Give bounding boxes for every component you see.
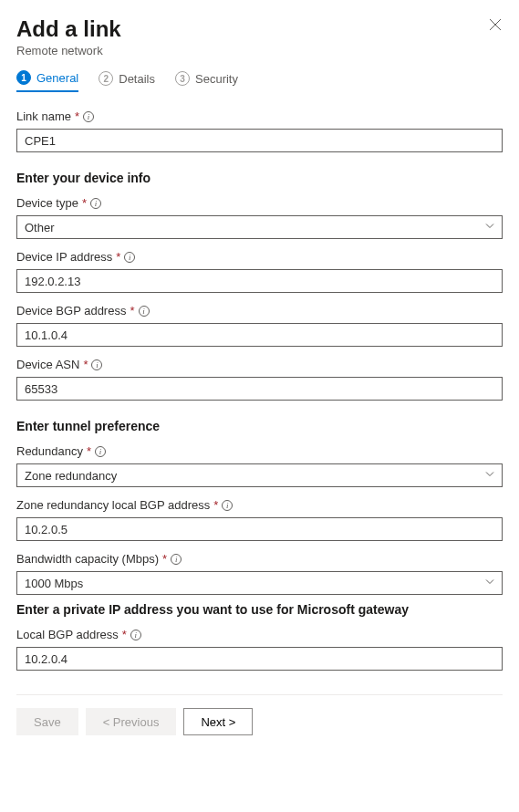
tab-general[interactable]: 1 General (16, 70, 78, 92)
tab-label: Security (195, 72, 238, 86)
device-type-select[interactable] (16, 215, 503, 239)
device-ip-input[interactable] (16, 269, 503, 293)
device-ip-label: Device IP address* i (16, 250, 503, 264)
info-icon[interactable]: i (130, 630, 141, 640)
device-type-label: Device type* i (16, 196, 503, 210)
save-button[interactable]: Save (16, 708, 78, 735)
footer-buttons: Save < Previous Next > (16, 695, 503, 752)
link-name-input[interactable] (16, 129, 503, 152)
step-number-icon: 3 (175, 71, 190, 86)
device-bgp-label: Device BGP address* i (16, 304, 503, 318)
tab-security[interactable]: 3 Security (175, 70, 238, 92)
close-button[interactable] (488, 18, 503, 33)
link-name-label: Link name* i (16, 109, 503, 123)
tab-label: Details (119, 72, 155, 86)
tab-details[interactable]: 2 Details (99, 70, 155, 92)
zone-local-bgp-label: Zone redundancy local BGP address* i (16, 498, 503, 512)
redundancy-select[interactable] (16, 463, 503, 487)
info-icon[interactable]: i (139, 306, 150, 317)
step-number-icon: 2 (99, 71, 113, 86)
next-button[interactable]: Next > (183, 708, 253, 735)
step-number-icon: 1 (16, 70, 31, 85)
info-icon[interactable]: i (91, 359, 102, 370)
close-icon (489, 20, 502, 34)
previous-button[interactable]: < Previous (86, 708, 177, 735)
local-bgp-label: Local BGP address* i (16, 628, 503, 641)
info-icon[interactable]: i (171, 554, 182, 565)
device-asn-input[interactable] (16, 377, 503, 401)
bandwidth-select[interactable] (16, 571, 503, 595)
private-ip-heading: Enter a private IP address you want to u… (16, 602, 503, 617)
info-icon[interactable]: i (124, 252, 135, 263)
page-title: Add a link (16, 16, 503, 42)
info-icon[interactable]: i (90, 198, 101, 209)
zone-local-bgp-input[interactable] (16, 517, 503, 541)
bandwidth-label: Bandwidth capacity (Mbps)* i (16, 552, 503, 566)
local-bgp-input[interactable] (16, 647, 503, 671)
info-icon[interactable]: i (222, 500, 233, 511)
device-bgp-input[interactable] (16, 323, 503, 347)
device-info-heading: Enter your device info (16, 171, 503, 185)
page-subtitle: Remote network (16, 44, 503, 57)
tab-label: General (36, 71, 78, 85)
device-asn-label: Device ASN* i (16, 358, 503, 371)
redundancy-label: Redundancy* i (16, 444, 503, 458)
step-tabs: 1 General 2 Details 3 Security (16, 70, 503, 93)
info-icon[interactable]: i (83, 111, 94, 122)
info-icon[interactable]: i (95, 446, 106, 457)
tunnel-heading: Enter tunnel preference (16, 419, 503, 433)
